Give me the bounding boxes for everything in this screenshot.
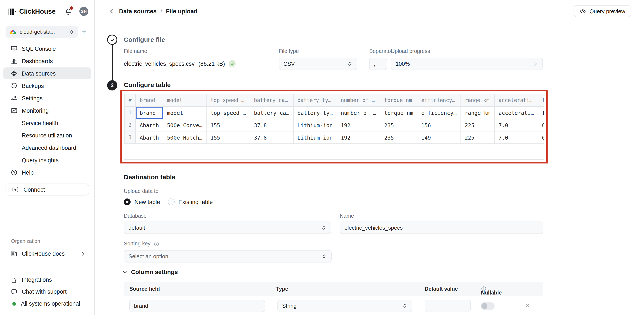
preview-cell[interactable]: range_km (461, 106, 494, 119)
table-row: 1brandmodeltop_speed_…battery_ca…battery… (124, 106, 544, 119)
type-select[interactable]: String (278, 300, 412, 312)
preview-cell[interactable]: Lithium-ion (294, 131, 337, 144)
preview-cell[interactable]: 155 (206, 131, 250, 144)
column-settings-toggle[interactable]: Column settings (122, 268, 178, 275)
clear-x-icon[interactable] (533, 61, 538, 66)
column-header: fast_cha (538, 94, 544, 106)
app-root: ClickHouse SH (0, 0, 644, 315)
preview-cell[interactable]: 192 (337, 131, 380, 144)
sidebar-item-clickhouse-docs[interactable]: ClickHouse docs (4, 248, 91, 260)
sorting-key-select[interactable]: Select an option (124, 250, 332, 262)
column-header: battery_ty… (294, 94, 337, 106)
radio-new-table[interactable]: New table (124, 198, 160, 205)
preview-cell[interactable]: Lithium-ion (294, 119, 337, 131)
info-icon[interactable] (154, 241, 159, 246)
upload-target-radios: New table Existing table (124, 198, 213, 205)
back-chevron-icon[interactable] (108, 8, 115, 14)
monitoring-chart-icon (11, 107, 18, 114)
preview-cell[interactable]: efficiency… (417, 106, 461, 119)
upload-progress-input[interactable]: 100% (391, 58, 543, 70)
sidebar-item-resource-utilization[interactable]: Resource utilization (4, 129, 91, 141)
sidebar-item-advanced-dashboard[interactable]: Advanced dashboard (4, 142, 91, 154)
annotation-red-box: #brandmodeltop_speed_…battery_ca…battery… (120, 90, 548, 164)
sorting-key-label: Sorting key (124, 241, 150, 247)
preview-cell[interactable]: 155 (206, 119, 250, 131)
preview-cell[interactable]: 37.8 (250, 131, 294, 144)
preview-cell[interactable]: accelerati… (494, 106, 538, 119)
sidebar-item-monitoring[interactable]: Monitoring (4, 104, 91, 116)
service-selector[interactable]: cloud-get-sta... (6, 26, 78, 38)
file-name-value-row: electric_vehicles_specs.csv (86.21 kB) (124, 60, 236, 67)
preview-cell[interactable]: fast_cha (538, 106, 544, 119)
add-service-button[interactable]: + (80, 27, 89, 36)
preview-cell[interactable]: 500e Conve… (163, 119, 206, 131)
file-type-label: File type (279, 48, 299, 54)
column-header: number_of_… (337, 94, 380, 106)
preview-cell[interactable]: 235 (380, 131, 417, 144)
sidebar-item-dashboards[interactable]: Dashboards (4, 55, 91, 67)
preview-cell[interactable]: Abarth (136, 131, 163, 144)
preview-cell[interactable]: 225 (461, 119, 494, 131)
remove-column-x-icon[interactable] (525, 303, 530, 308)
separator-input[interactable]: , (369, 58, 387, 70)
preview-cell[interactable]: Abarth (136, 119, 163, 131)
default-value-input[interactable] (425, 300, 471, 312)
preview-cell[interactable]: top_speed_… (206, 106, 250, 119)
breadcrumb: Data sources / File upload (119, 8, 198, 14)
column-header: accelerati… (494, 94, 538, 106)
sidebar-item-integrations[interactable]: Integrations (4, 274, 91, 286)
table-name-input[interactable]: electric_vehicles_specs (340, 222, 543, 234)
chevron-updown-icon (321, 254, 327, 259)
eye-icon (580, 8, 586, 14)
preview-cell[interactable]: 225 (461, 131, 494, 144)
preview-cell[interactable]: 192 (337, 119, 380, 131)
avatar[interactable]: SH (80, 7, 88, 16)
preview-cell[interactable]: battery_ty… (294, 106, 337, 119)
sidebar-item-data-sources[interactable]: Data sources (4, 68, 91, 80)
preview-cell[interactable]: model (163, 106, 206, 119)
sidebar-item-service-health[interactable]: Service health (4, 117, 91, 129)
preview-cell[interactable]: 67 (538, 131, 544, 144)
database-select[interactable]: default (124, 222, 331, 234)
preview-cell[interactable]: number_of_… (337, 106, 380, 119)
preview-cell[interactable]: 156 (417, 119, 461, 131)
column-header: torque_nm (380, 94, 417, 106)
preview-cell[interactable]: 149 (417, 131, 461, 144)
preview-cell[interactable]: 67 (538, 119, 544, 131)
file-type-select[interactable]: CSV (279, 58, 357, 70)
sidebar-item-chat-support[interactable]: Chat with support (4, 286, 91, 298)
organization-label: Organization (11, 238, 40, 244)
source-field-input[interactable]: brand (129, 300, 265, 312)
preview-cell[interactable]: 500e Hatch… (163, 131, 206, 144)
step-2-badge: 2 (107, 80, 117, 90)
gcp-cloud-icon (10, 29, 16, 34)
sidebar-item-settings[interactable]: Settings (4, 92, 91, 104)
preview-cell[interactable]: torque_nm (380, 106, 417, 119)
file-name-value: electric_vehicles_specs.csv (124, 60, 194, 67)
preview-cell[interactable]: 7.0 (494, 131, 538, 144)
breadcrumb-file-upload[interactable]: File upload (166, 8, 198, 14)
sidebar-item-sql-console[interactable]: SQL Console (4, 43, 91, 55)
query-preview-button[interactable]: Query preview (574, 5, 631, 17)
preview-cell[interactable]: battery_ca… (250, 106, 294, 119)
radio-existing-table[interactable]: Existing table (168, 198, 213, 205)
sidebar-item-system-status[interactable]: All systems operational (4, 298, 91, 310)
destination-table-title: Destination table (124, 173, 176, 180)
brand-title: ClickHouse (19, 8, 56, 15)
backups-history-icon (11, 82, 18, 89)
preview-cell[interactable]: brand (136, 106, 163, 119)
notifications-bell-icon[interactable] (64, 8, 72, 15)
preview-cell[interactable]: 37.8 (250, 119, 294, 131)
sidebar-item-help[interactable]: Help (4, 166, 91, 178)
column-header: top_speed_… (206, 94, 250, 106)
sidebar-item-query-insights[interactable]: Query insights (4, 154, 91, 166)
top-bar: Data sources / File upload Query preview (95, 0, 644, 22)
sidebar: ClickHouse SH (0, 0, 95, 315)
connect-button[interactable]: Connect (6, 184, 89, 196)
nullable-toggle[interactable] (480, 302, 495, 310)
preview-cell[interactable]: 235 (380, 119, 417, 131)
breadcrumb-data-sources[interactable]: Data sources (119, 8, 157, 14)
sorting-key-label-row: Sorting key (124, 241, 159, 247)
preview-cell[interactable]: 7.0 (494, 119, 538, 131)
sidebar-item-backups[interactable]: Backups (4, 80, 91, 92)
